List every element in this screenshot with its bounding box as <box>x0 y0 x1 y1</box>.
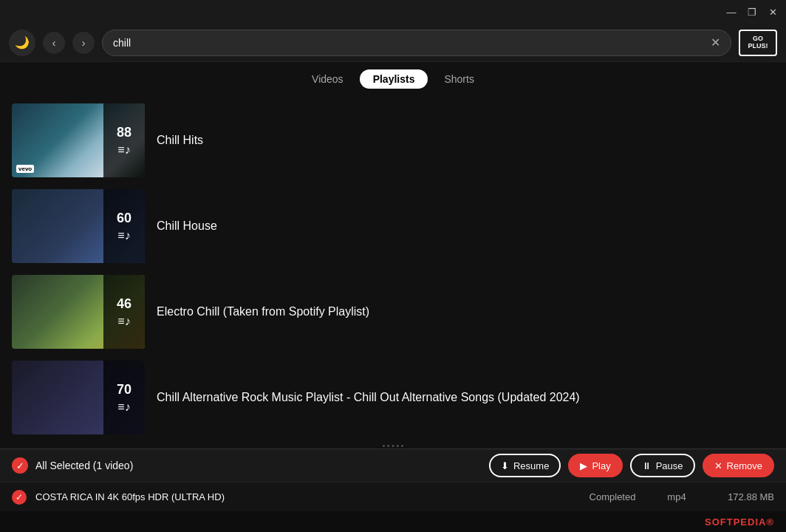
play-label: Play <box>592 460 610 471</box>
row-checkbox[interactable]: ✓ <box>12 490 27 505</box>
tab-playlists[interactable]: Playlists <box>360 69 428 89</box>
softpedia-logo: SOFTPEDIA® <box>705 516 774 528</box>
tabs-bar: Videos Playlists Shorts <box>0 62 786 95</box>
thumb-overlay: 70 ≡♪ <box>103 361 145 434</box>
download-size: 172.88 MB <box>708 491 774 502</box>
vevo-badge: vevo <box>16 165 34 173</box>
list-item[interactable]: vevo 88 ≡♪ Chill Hits <box>0 98 786 183</box>
resume-label: Resume <box>513 460 549 471</box>
remove-label: Remove <box>727 460 762 471</box>
download-status: Completed <box>579 491 646 502</box>
bottom-action-bar: ✓ All Selected (1 video) ⬇ Resume ▶ Play… <box>0 449 786 482</box>
playlist-icon: ≡♪ <box>117 400 130 414</box>
list-item[interactable]: 60 ≡♪ Chill House <box>0 183 786 269</box>
tab-shorts[interactable]: Shorts <box>431 69 487 89</box>
back-button[interactable]: ‹ <box>43 32 65 54</box>
thumbnail: 60 ≡♪ <box>12 189 145 263</box>
list-item[interactable]: 70 ≡♪ Chill Alternative Rock Music Playl… <box>0 355 786 440</box>
scroll-dots: • • • • • <box>0 440 786 449</box>
all-selected-label: All Selected (1 video) <box>35 460 482 471</box>
goplus-button[interactable]: GO PLUS! <box>739 30 777 56</box>
playlist-title: Chill Alternative Rock Music Playlist - … <box>157 391 580 404</box>
maximize-button[interactable]: ❐ <box>745 4 759 19</box>
close-button[interactable]: ✕ <box>765 4 780 19</box>
main-content: 🌙 ‹ › ✕ GO PLUS! Videos Playlists Shorts… <box>0 24 786 532</box>
playlist-list: vevo 88 ≡♪ Chill Hits 60 ≡♪ Chill House <box>0 95 786 449</box>
playlist-title: Chill House <box>157 219 217 233</box>
thumb-overlay: 88 ≡♪ <box>103 103 145 177</box>
play-icon: ▶ <box>580 460 587 471</box>
thumbnail: 70 ≡♪ <box>12 361 145 434</box>
clear-search-button[interactable]: ✕ <box>711 35 720 50</box>
resume-icon: ⬇ <box>501 460 509 471</box>
playlist-count: 88 <box>117 125 131 140</box>
playlist-count: 46 <box>117 296 131 312</box>
tab-videos[interactable]: Videos <box>298 69 357 89</box>
thumb-overlay: 46 ≡♪ <box>103 275 145 349</box>
pause-icon: ⏸ <box>642 460 652 471</box>
resume-button[interactable]: ⬇ Resume <box>489 454 561 477</box>
titlebar: — ❐ ✕ <box>0 0 786 24</box>
playlist-title: Electro Chill (Taken from Spotify Playli… <box>157 305 369 318</box>
playlist-icon: ≡♪ <box>117 315 130 328</box>
download-format: mp4 <box>655 491 699 502</box>
playlist-icon: ≡♪ <box>117 143 130 157</box>
minimize-button[interactable]: — <box>724 4 739 19</box>
pause-button[interactable]: ⏸ Pause <box>630 454 695 477</box>
thumbnail: vevo 88 ≡♪ <box>12 103 145 177</box>
play-button[interactable]: ▶ Play <box>568 454 622 477</box>
toolbar: 🌙 ‹ › ✕ GO PLUS! <box>0 24 786 62</box>
remove-button[interactable]: ✕ Remove <box>703 454 774 477</box>
playlist-icon: ≡♪ <box>117 229 130 242</box>
softpedia-bar: SOFTPEDIA® <box>0 511 786 532</box>
list-item[interactable]: 46 ≡♪ Electro Chill (Taken from Spotify … <box>0 269 786 355</box>
playlist-count: 70 <box>117 382 131 398</box>
forward-button[interactable]: › <box>72 32 95 54</box>
download-row: ✓ COSTA RICA IN 4K 60fps HDR (ULTRA HD) … <box>0 482 786 511</box>
dark-mode-button[interactable]: 🌙 <box>9 30 35 56</box>
thumb-overlay: 60 ≡♪ <box>103 189 145 263</box>
moon-icon: 🌙 <box>15 35 30 50</box>
search-bar: ✕ <box>102 30 731 56</box>
select-all-checkbox[interactable]: ✓ <box>12 457 28 474</box>
thumbnail: 46 ≡♪ <box>12 275 145 349</box>
pause-label: Pause <box>656 460 683 471</box>
remove-icon: ✕ <box>714 460 722 471</box>
playlist-count: 60 <box>117 211 131 226</box>
search-input[interactable] <box>113 37 705 49</box>
download-title: COSTA RICA IN 4K 60fps HDR (ULTRA HD) <box>35 491 570 502</box>
goplus-label: GO PLUS! <box>748 35 768 50</box>
playlist-title: Chill Hits <box>157 134 203 147</box>
